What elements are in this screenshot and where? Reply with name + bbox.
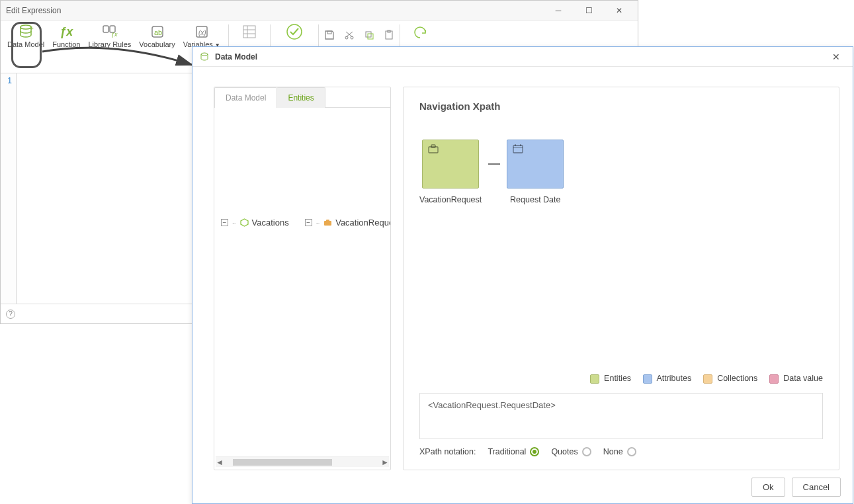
radio-traditional[interactable]: Traditional (488, 447, 539, 456)
data-model-dialog: Data Model ✕ Data Model Entities − ··· V… (192, 46, 853, 504)
ribbon-vocabulary[interactable]: ab Vocabulary (135, 22, 179, 50)
tree-root-label: Vacations (252, 218, 289, 228)
save-icon[interactable] (323, 28, 336, 42)
collapse-icon[interactable]: − (221, 219, 228, 226)
xpath-node-attribute[interactable] (507, 140, 564, 189)
radio-off-icon (582, 447, 591, 456)
ribbon-function-label: Function (52, 40, 80, 48)
undo-icon (411, 23, 431, 40)
cut-icon[interactable] (343, 28, 356, 42)
dialog-close-button[interactable]: ✕ (826, 50, 846, 63)
minimize-button[interactable]: ─ (545, 3, 572, 18)
ribbon-vocabulary-label: Vocabulary (139, 40, 175, 48)
xpath-notation-row: XPath notation: Traditional Quotes None (419, 447, 823, 456)
horizontal-scrollbar[interactable]: ◄ ► (216, 456, 389, 467)
fx-icon: ƒx (56, 23, 76, 40)
svg-marker-22 (241, 219, 248, 226)
ribbon-validate[interactable] (275, 22, 314, 42)
svg-rect-18 (368, 34, 373, 39)
radio-none[interactable]: None (603, 447, 636, 456)
svg-rect-17 (366, 32, 371, 37)
svg-rect-24 (326, 220, 329, 222)
svg-rect-2 (103, 26, 108, 32)
svg-text:ab: ab (154, 28, 162, 36)
line-gutter: 1 (1, 73, 17, 304)
dialog-footer: Ok Cancel (192, 470, 853, 503)
legend-swatch-attributes (643, 374, 652, 384)
line-number: 1 (1, 76, 12, 85)
svg-text:+: + (30, 24, 34, 32)
ribbon-variables[interactable]: (x) Variables ▼ (179, 22, 224, 50)
ribbon-data-model[interactable]: + Data Model (3, 22, 48, 50)
radio-on-icon (530, 447, 539, 456)
editor-titlebar: Edit Expression ─ ☐ ✕ (1, 1, 638, 21)
data-model-tree[interactable]: − ··· Vacations − ··· Vaca (214, 108, 390, 456)
paste-icon[interactable] (382, 28, 396, 42)
ribbon-placeholder-1[interactable] (233, 22, 266, 42)
copy-icon[interactable] (363, 28, 376, 42)
ribbon-data-model-label: Data Model (7, 40, 44, 48)
legend-swatch-datavalue (769, 374, 779, 384)
svg-rect-9 (243, 26, 255, 38)
maximize-button[interactable]: ☐ (576, 3, 602, 18)
tab-entities[interactable]: Entities (277, 87, 325, 108)
legend-swatch-collections (703, 374, 712, 384)
close-button[interactable]: ✕ (606, 3, 632, 18)
xpath-connector (488, 163, 500, 165)
collapse-icon[interactable]: − (305, 219, 312, 226)
calendar-icon (513, 144, 523, 155)
tree-root[interactable]: − ··· Vacations (221, 218, 289, 228)
grid-icon (239, 23, 259, 40)
vocabulary-icon: ab (148, 23, 167, 40)
briefcase-icon (323, 218, 333, 228)
xpath-node-entity[interactable] (422, 140, 479, 189)
navigation-panel: Navigation Xpath VacationRequest (403, 87, 839, 470)
ribbon-function[interactable]: ƒx Function (48, 22, 84, 50)
tree-entity-label: VacationRequest (335, 218, 390, 228)
svg-text:ƒx: ƒx (111, 31, 118, 38)
radio-quotes[interactable]: Quotes (551, 447, 591, 456)
tree-panel: Data Model Entities − ··· Vacations (214, 87, 391, 470)
svg-rect-23 (324, 221, 331, 226)
library-icon: ƒx (100, 23, 120, 40)
xpath-node-attribute-label: Request Date (510, 195, 560, 204)
svg-point-21 (201, 53, 208, 56)
tree-entity[interactable]: − ··· VacationRequest (305, 218, 390, 228)
check-circle-icon (284, 23, 304, 40)
help-icon[interactable]: ? (6, 310, 15, 319)
radio-off-icon (627, 447, 636, 456)
editor-title: Edit Expression (6, 6, 545, 15)
svg-text:(x): (x) (198, 29, 206, 36)
legend: Entities Attributes Collections Data val… (419, 374, 823, 384)
xpath-expression-text: <VacationRequest.RequestDate> (428, 400, 556, 410)
svg-point-13 (287, 24, 302, 39)
ribbon-library-rules-label: Library Rules (88, 40, 131, 48)
ribbon-undo[interactable] (404, 22, 437, 42)
xpath-expression-box: <VacationRequest.RequestDate> (419, 393, 823, 439)
svg-rect-26 (431, 145, 435, 147)
database-icon: + (16, 23, 36, 40)
xpath-node-entity-label: VacationRequest (419, 195, 482, 204)
cancel-button[interactable]: Cancel (792, 478, 841, 497)
tree-tabs: Data Model Entities (214, 87, 390, 108)
ok-button[interactable]: Ok (751, 478, 785, 497)
xpath-notation-label: XPath notation: (419, 447, 476, 456)
database-icon (199, 52, 210, 62)
dialog-title: Data Model (215, 52, 826, 62)
navigation-title: Navigation Xpath (419, 101, 823, 112)
tab-data-model[interactable]: Data Model (214, 87, 277, 108)
dialog-titlebar: Data Model ✕ (192, 47, 853, 67)
svg-rect-27 (513, 146, 523, 153)
legend-swatch-entities (590, 374, 599, 384)
ribbon-library-rules[interactable]: ƒx Library Rules (84, 22, 135, 50)
variables-icon: (x) (192, 23, 212, 40)
hexagon-icon (239, 218, 249, 228)
xpath-canvas: VacationRequest Request Date (419, 130, 823, 368)
briefcase-icon (428, 144, 439, 155)
